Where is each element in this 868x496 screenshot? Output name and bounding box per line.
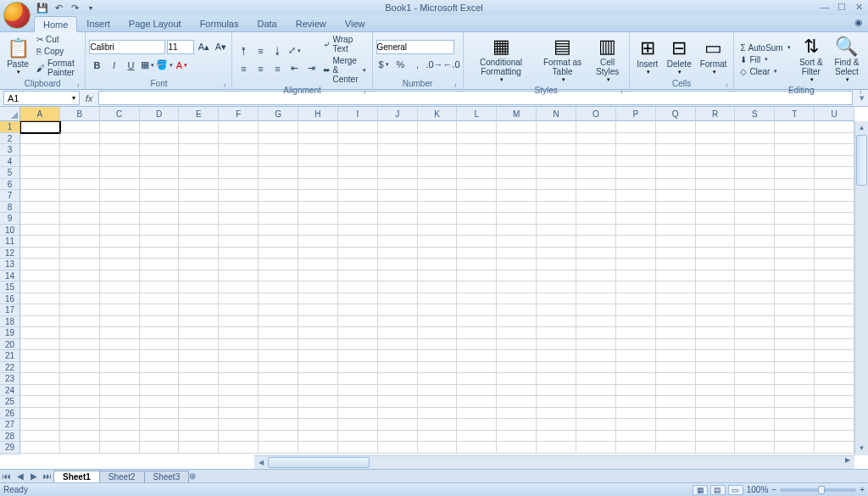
cell-Q28[interactable] — [656, 431, 696, 443]
cell-K21[interactable] — [418, 350, 458, 362]
cell-S7[interactable] — [735, 190, 775, 202]
cell-B1[interactable] — [60, 121, 100, 133]
sheet-prev-button[interactable]: ◀ — [14, 471, 27, 481]
row-header-17[interactable]: 17 — [0, 304, 20, 316]
cell-H1[interactable] — [298, 121, 338, 133]
cell-O11[interactable] — [576, 236, 616, 248]
column-header-F[interactable]: F — [219, 107, 259, 121]
cell-B11[interactable] — [60, 236, 100, 248]
column-header-L[interactable]: L — [457, 107, 497, 121]
cell-Q8[interactable] — [656, 202, 696, 214]
row-header-24[interactable]: 24 — [0, 385, 20, 397]
cell-B6[interactable] — [60, 179, 100, 191]
cell-Q19[interactable] — [656, 327, 696, 339]
cell-U10[interactable] — [815, 225, 854, 237]
scroll-right-arrow[interactable]: ▶ — [841, 456, 854, 470]
cell-O28[interactable] — [576, 431, 616, 443]
cell-A7[interactable] — [20, 190, 60, 202]
cell-G17[interactable] — [259, 304, 298, 316]
format-painter-button[interactable]: 🖌Format Painter — [34, 58, 81, 78]
cell-S8[interactable] — [735, 202, 775, 214]
row-header-29[interactable]: 29 — [0, 442, 20, 454]
cell-H28[interactable] — [298, 431, 338, 443]
cell-O4[interactable] — [576, 156, 616, 168]
row-header-14[interactable]: 14 — [0, 270, 20, 282]
cell-A16[interactable] — [20, 293, 60, 305]
find-select-button[interactable]: 🔍Find & Select — [829, 34, 865, 85]
cell-L6[interactable] — [457, 179, 497, 191]
cell-S9[interactable] — [735, 213, 775, 225]
align-bottom-button[interactable]: ⭳ — [270, 43, 285, 59]
cell-E14[interactable] — [179, 270, 219, 282]
cell-N5[interactable] — [537, 167, 576, 179]
row-header-13[interactable]: 13 — [0, 259, 20, 270]
cell-R28[interactable] — [696, 431, 736, 443]
page-layout-view-button[interactable]: ▤ — [710, 485, 726, 495]
row-header-20[interactable]: 20 — [0, 339, 20, 351]
cell-S16[interactable] — [735, 293, 775, 305]
cell-I12[interactable] — [338, 248, 378, 259]
cell-G18[interactable] — [259, 316, 298, 328]
column-header-O[interactable]: O — [576, 107, 616, 121]
cell-F23[interactable] — [219, 373, 259, 385]
cell-A28[interactable] — [20, 431, 60, 443]
cell-B4[interactable] — [60, 156, 100, 168]
column-header-N[interactable]: N — [537, 107, 576, 121]
cell-F13[interactable] — [219, 259, 259, 270]
cell-G2[interactable] — [259, 133, 298, 145]
cell-H21[interactable] — [298, 350, 338, 362]
cell-L11[interactable] — [457, 236, 497, 248]
cell-L17[interactable] — [457, 304, 497, 316]
cell-A2[interactable] — [20, 133, 60, 145]
cell-B28[interactable] — [60, 431, 100, 443]
cell-E26[interactable] — [179, 408, 219, 420]
cell-J20[interactable] — [378, 339, 418, 351]
cell-N7[interactable] — [537, 190, 576, 202]
cell-Q10[interactable] — [656, 225, 696, 237]
cell-U26[interactable] — [815, 408, 854, 420]
cell-E11[interactable] — [179, 236, 219, 248]
cell-R19[interactable] — [696, 327, 736, 339]
insert-sheet-button[interactable]: ⊕ — [189, 471, 206, 481]
cell-L3[interactable] — [457, 144, 497, 156]
cell-D19[interactable] — [140, 327, 180, 339]
sheet-tab-3[interactable]: Sheet3 — [144, 471, 190, 482]
cell-C21[interactable] — [100, 350, 140, 362]
cell-C14[interactable] — [100, 270, 140, 282]
cell-E3[interactable] — [179, 144, 219, 156]
cell-M9[interactable] — [497, 213, 537, 225]
cell-D22[interactable] — [140, 362, 180, 374]
cell-B14[interactable] — [60, 270, 100, 282]
cell-B18[interactable] — [60, 316, 100, 328]
cell-G29[interactable] — [259, 442, 298, 454]
cell-O12[interactable] — [576, 248, 616, 259]
format-cells-button[interactable]: ▭Format — [697, 34, 731, 78]
cell-M21[interactable] — [497, 350, 537, 362]
cell-L20[interactable] — [457, 339, 497, 351]
cell-K1[interactable] — [418, 121, 458, 133]
row-header-16[interactable]: 16 — [0, 293, 20, 305]
cell-R15[interactable] — [696, 281, 736, 293]
column-header-E[interactable]: E — [179, 107, 219, 121]
cell-P5[interactable] — [616, 167, 656, 179]
cell-Q15[interactable] — [656, 281, 696, 293]
cell-K10[interactable] — [418, 225, 458, 237]
cell-U20[interactable] — [815, 339, 854, 351]
cell-O1[interactable] — [576, 121, 616, 133]
cell-R20[interactable] — [696, 339, 736, 351]
select-all-button[interactable] — [0, 107, 20, 121]
cell-T21[interactable] — [775, 350, 815, 362]
cell-S22[interactable] — [735, 362, 775, 374]
row-header-6[interactable]: 6 — [0, 179, 20, 191]
cell-N29[interactable] — [537, 442, 576, 454]
tab-insert[interactable]: Insert — [77, 15, 120, 31]
cell-Q11[interactable] — [656, 236, 696, 248]
tab-home[interactable]: Home — [34, 16, 77, 32]
cell-P25[interactable] — [616, 396, 656, 408]
row-header-7[interactable]: 7 — [0, 190, 20, 202]
cell-R6[interactable] — [696, 179, 736, 191]
cell-B19[interactable] — [60, 327, 100, 339]
cell-B5[interactable] — [60, 167, 100, 179]
cell-G21[interactable] — [259, 350, 298, 362]
cell-S20[interactable] — [735, 339, 775, 351]
